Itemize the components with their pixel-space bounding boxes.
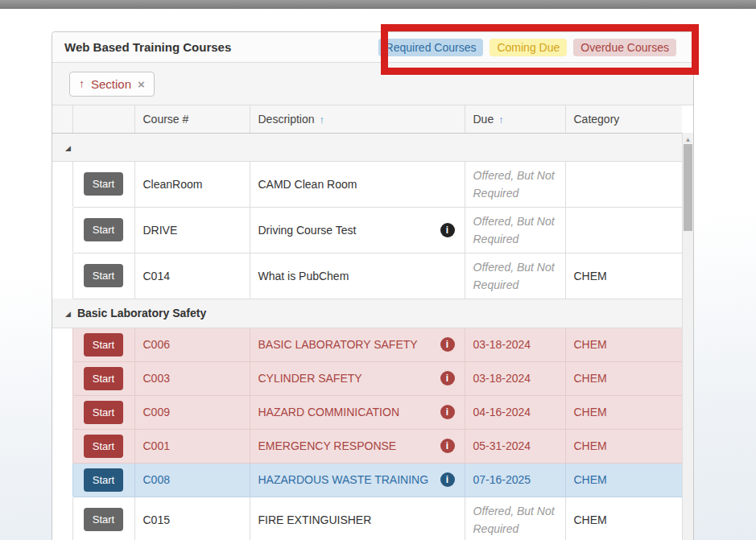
course-number: C014 [134, 253, 250, 299]
due-status: Offered, But Not Required [473, 208, 565, 253]
course-number: C001 [134, 429, 250, 463]
column-header-due[interactable]: Due↑ [465, 105, 565, 133]
info-icon[interactable]: i [440, 223, 455, 237]
course-row-c003: Start C003 CYLINDER SAFETYi 03-18-2024 C… [52, 361, 682, 395]
course-number: C008 [134, 463, 250, 497]
header-row: Course # Description↑ Due↑ Category [52, 105, 682, 133]
legend-coming-due: Coming Due [490, 39, 567, 56]
course-description: CAMD Clean Room [258, 178, 357, 191]
start-button[interactable]: Start [84, 367, 123, 390]
courses-table: Course # Description↑ Due↑ Category ◢ St… [52, 105, 682, 540]
course-row-c014: Start C014 What is PubChem Offered, But … [52, 253, 682, 299]
panel-header: Web Based Training Courses Required Cour… [52, 32, 693, 63]
column-header-course[interactable]: Course # [134, 105, 250, 133]
due-date: 04-16-2024 [465, 395, 565, 429]
page-title: Web Based Training Courses [64, 40, 231, 54]
start-button[interactable]: Start [84, 435, 123, 458]
course-description: HAZARDOUS WASTE TRAINING [258, 473, 429, 486]
grouping-toolbar: ↑ Section × [52, 63, 693, 105]
scrollbar-thumb[interactable] [684, 144, 692, 231]
due-date: 03-18-2024 [465, 328, 565, 361]
due-status: Offered, But Not Required [473, 254, 565, 299]
group-chip-label: Section [91, 77, 131, 91]
course-category: CHEM [565, 253, 682, 299]
due-date: 05-31-2024 [465, 429, 565, 463]
course-number: CleanRoom [134, 161, 250, 207]
course-category: CHEM [565, 361, 682, 395]
info-icon[interactable]: i [440, 337, 455, 352]
start-button[interactable]: Start [84, 468, 123, 492]
course-category: CHEM [565, 328, 682, 361]
start-button[interactable]: Start [84, 333, 123, 357]
course-row-c008: Start C008 HAZARDOUS WASTE TRAININGi 07-… [52, 463, 682, 497]
info-icon[interactable]: i [440, 472, 455, 487]
column-header-group-indent [52, 105, 72, 133]
legend: Required Courses Coming Due Overdue Cour… [378, 39, 676, 56]
course-row-c006: Start C006 BASIC LABORATORY SAFETYi 03-1… [52, 328, 682, 361]
sort-ascending-icon: ↑ [320, 113, 325, 126]
column-header-action [72, 105, 134, 133]
course-description: HAZARD COMMINICATION [258, 406, 400, 418]
info-icon[interactable]: i [440, 371, 455, 385]
sort-ascending-icon[interactable]: ↑ [79, 77, 85, 90]
course-number: C006 [134, 328, 250, 361]
course-row-c015: Start C015 FIRE EXTINGUISHER Offered, Bu… [52, 497, 682, 540]
course-category: CHEM [565, 497, 682, 540]
legend-overdue-courses: Overdue Courses [573, 39, 676, 56]
course-row-c001: Start C001 EMERGENCY RESPONSEi 05-31-202… [52, 429, 682, 463]
course-category: CHEM [565, 395, 682, 429]
course-number: C015 [134, 497, 250, 540]
due-date: 03-18-2024 [465, 361, 565, 395]
course-number: C003 [134, 361, 250, 395]
courses-grid: Course # Description↑ Due↑ Category ◢ St… [52, 105, 693, 540]
course-description: FIRE EXTINGUISHER [258, 513, 372, 526]
scroll-up-icon[interactable]: ▲ [683, 133, 693, 144]
due-date: 07-16-2025 [465, 463, 565, 497]
course-description: Driving Course Test [258, 224, 357, 237]
course-number: DRIVE [134, 207, 250, 253]
course-number: C009 [134, 395, 250, 429]
start-button[interactable]: Start [84, 508, 123, 531]
course-category [565, 161, 682, 207]
course-description: BASIC LABORATORY SAFETY [258, 338, 418, 351]
collapse-group-icon[interactable]: ◢ [65, 310, 71, 318]
collapse-group-icon[interactable]: ◢ [65, 144, 71, 152]
legend-required-courses: Required Courses [378, 39, 484, 56]
start-button[interactable]: Start [84, 401, 123, 424]
due-status: Offered, But Not Required [473, 162, 565, 207]
info-icon[interactable]: i [440, 439, 455, 453]
column-header-description[interactable]: Description↑ [250, 105, 465, 133]
group-label: Basic Laboratory Safety [77, 307, 206, 319]
column-header-category[interactable]: Category [565, 105, 682, 133]
start-button[interactable]: Start [84, 264, 123, 287]
browser-top-bar [0, 0, 756, 9]
course-row-cleanroom: Start CleanRoom CAMD Clean Room Offered,… [52, 161, 682, 207]
course-description: EMERGENCY RESPONSE [258, 439, 397, 452]
info-icon[interactable]: i [440, 405, 455, 419]
course-category [565, 207, 682, 253]
course-description: What is PubChem [258, 270, 349, 282]
course-category: CHEM [565, 429, 682, 463]
close-icon[interactable]: × [138, 77, 145, 91]
sort-ascending-icon: ↑ [498, 113, 504, 126]
course-row-c009: Start C009 HAZARD COMMINICATIONi 04-16-2… [52, 395, 682, 429]
due-status: Offered, But Not Required [473, 497, 565, 540]
group-row-basic-laboratory-safety: ◢Basic Laboratory Safety [52, 299, 682, 328]
vertical-scrollbar[interactable]: ▲ [682, 133, 693, 540]
course-row-drive: Start DRIVE Driving Course Testi Offered… [52, 207, 682, 253]
start-button[interactable]: Start [84, 218, 123, 241]
group-chip-section[interactable]: ↑ Section × [69, 72, 155, 97]
training-courses-panel: Web Based Training Courses Required Cour… [52, 31, 694, 540]
start-button[interactable]: Start [84, 172, 123, 196]
group-row-unlabeled: ◢ [52, 133, 682, 161]
course-category: CHEM [565, 463, 682, 497]
course-description: CYLINDER SAFETY [258, 372, 362, 385]
